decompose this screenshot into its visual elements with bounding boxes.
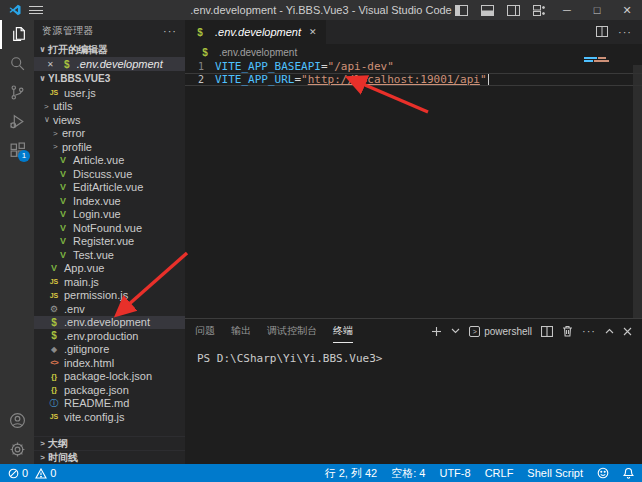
run-debug-icon[interactable] [0, 107, 34, 136]
close-panel-icon[interactable] [623, 327, 632, 336]
minimize-button[interactable]: ─ [552, 0, 582, 20]
toggle-sidebar-icon[interactable] [448, 0, 474, 20]
language-mode-status[interactable]: Shell Script [527, 467, 583, 479]
tree-item-profile[interactable]: >profile [34, 140, 185, 154]
terminal-output[interactable]: PS D:\CSharp\Yi\Yi.BBS.Vue3> [185, 343, 642, 365]
tree-item--gitignore[interactable]: ◆.gitignore [34, 343, 185, 357]
outline-label: 大纲 [48, 437, 68, 451]
tree-item-app-vue[interactable]: VApp.vue [34, 262, 185, 276]
tree-item-index-vue[interactable]: VIndex.vue [34, 194, 185, 208]
maximize-button[interactable]: □ [582, 0, 612, 20]
minimap[interactable] [584, 57, 618, 63]
tree-item-utils[interactable]: >utils [34, 100, 185, 114]
extensions-icon[interactable]: 1 [0, 136, 34, 165]
tree-item-discuss-vue[interactable]: VDiscuss.vue [34, 167, 185, 181]
tree-item-label: views [53, 114, 81, 126]
close-icon[interactable]: ✕ [47, 60, 54, 69]
split-terminal-icon[interactable] [541, 326, 553, 337]
js-file-icon: JS [48, 292, 60, 299]
problems-status[interactable]: 0 0 [8, 467, 56, 479]
js-file-icon: JS [48, 89, 60, 96]
tree-item-error[interactable]: >error [34, 127, 185, 141]
tree-item-main-js[interactable]: JSmain.js [34, 275, 185, 289]
line-number: 2 [185, 73, 215, 86]
tree-item-label: user.js [64, 87, 96, 99]
indentation-status[interactable]: 空格: 4 [391, 466, 425, 481]
tree-item--env[interactable]: ⚙.env [34, 302, 185, 316]
breadcrumb[interactable]: $ .env.development [185, 44, 642, 60]
code-token: " [480, 73, 487, 86]
tab-label: .env.development [215, 26, 301, 38]
customize-layout-icon[interactable] [526, 0, 552, 20]
tree-item-editarticle-vue[interactable]: VEditArticle.vue [34, 181, 185, 195]
tree-item--env-development[interactable]: $.env.development [34, 316, 185, 330]
tree-item-label: index.html [64, 357, 114, 369]
new-terminal-icon[interactable] [431, 326, 442, 337]
tree-item-index-html[interactable]: <>index.html [34, 356, 185, 370]
tree-item-register-vue[interactable]: VRegister.vue [34, 235, 185, 249]
eol-status[interactable]: CRLF [485, 467, 514, 479]
settings-gear-icon[interactable] [0, 435, 34, 464]
tree-item-notfound-vue[interactable]: VNotFound.vue [34, 221, 185, 235]
html-file-icon: <> [48, 358, 60, 367]
explorer-more-actions-icon[interactable]: ··· [163, 25, 177, 37]
tree-item-login-vue[interactable]: VLogin.vue [34, 208, 185, 222]
code-token: VITE_APP_URL [215, 73, 294, 86]
tree-item-views[interactable]: ∨views [34, 113, 185, 127]
open-editor-item[interactable]: ✕ $ .env.development [34, 57, 185, 71]
timeline-section[interactable]: > 时间线 [34, 450, 185, 464]
notifications-bell-icon[interactable] [623, 467, 634, 479]
terminal-dropdown-icon[interactable] [451, 328, 460, 334]
tree-item-user-js[interactable]: JSuser.js [34, 86, 185, 100]
code-token: " [301, 73, 308, 86]
feedback-icon[interactable] [597, 467, 609, 479]
kill-terminal-icon[interactable] [562, 325, 573, 337]
tree-item-package-lock-json[interactable]: {}package-lock.json [34, 370, 185, 384]
url-link[interactable]: http://localhost:19001/api [308, 73, 480, 86]
close-button[interactable]: ✕ [612, 0, 642, 20]
tab-close-icon[interactable]: ✕ [309, 27, 317, 37]
env-file-icon: $ [61, 59, 73, 70]
tree-item-readme-md[interactable]: ⓘREADME.md [34, 397, 185, 411]
split-editor-icon[interactable] [596, 23, 608, 41]
tree-item-test-vue[interactable]: VTest.vue [34, 248, 185, 262]
cursor-position-status[interactable]: 行 2, 列 42 [325, 466, 378, 481]
code-line-1[interactable]: 1VITE_APP_BASEAPI="/api-dev" [185, 60, 642, 73]
search-icon[interactable] [0, 49, 34, 78]
code-line-2[interactable]: 2VITE_APP_URL="http://localhost:19001/ap… [185, 73, 642, 86]
tab-env-development[interactable]: $ .env.development ✕ [185, 20, 326, 44]
tree-item--env-production[interactable]: $.env.production [34, 329, 185, 343]
terminal-profile[interactable]: > powershell [469, 326, 532, 337]
panel-tab-调试控制台[interactable]: 调试控制台 [267, 319, 317, 343]
explorer-icon[interactable] [0, 20, 34, 49]
source-control-icon[interactable] [0, 78, 34, 107]
toggle-secondary-sidebar-icon[interactable] [500, 0, 526, 20]
outline-section[interactable]: > 大纲 [34, 436, 185, 450]
tree-item-permission-js[interactable]: JSpermission.js [34, 289, 185, 303]
env-file-icon: $ [48, 330, 60, 341]
panel-more-actions-icon[interactable]: ··· [582, 325, 596, 337]
menu-icon[interactable] [29, 4, 43, 16]
tree-item-label: utils [53, 100, 73, 112]
maximize-panel-icon[interactable] [605, 328, 614, 334]
panel-tab-问题[interactable]: 问题 [195, 319, 215, 343]
editor-more-actions-icon[interactable]: ··· [618, 26, 632, 38]
chevron-right-icon: > [37, 439, 48, 448]
vue-file-icon: V [57, 250, 69, 260]
env-file-icon: $ [194, 27, 206, 38]
project-root-section[interactable]: ∨ YI.BBS.VUE3 [34, 71, 185, 86]
toggle-panel-icon[interactable] [474, 0, 500, 20]
chevron-right-icon: > [37, 453, 48, 462]
code-token: VITE_APP_BASEAPI [215, 60, 321, 73]
account-icon[interactable] [0, 406, 34, 435]
tree-item-article-vue[interactable]: VArticle.vue [34, 154, 185, 168]
chevron-right-icon: > [53, 142, 62, 151]
tree-item-package-json[interactable]: {}package.json [34, 383, 185, 397]
panel-tab-输出[interactable]: 输出 [231, 319, 251, 343]
code-area[interactable]: 1VITE_APP_BASEAPI="/api-dev"2VITE_APP_UR… [185, 60, 642, 86]
open-editors-section[interactable]: ∨ 打开的编辑器 [34, 42, 185, 57]
encoding-status[interactable]: UTF-8 [439, 467, 470, 479]
editor-scrollbar[interactable] [633, 65, 642, 318]
panel-tab-terminal-active[interactable]: 终端 [333, 319, 353, 343]
tree-item-vite-config-js[interactable]: JSvite.config.js [34, 410, 185, 424]
